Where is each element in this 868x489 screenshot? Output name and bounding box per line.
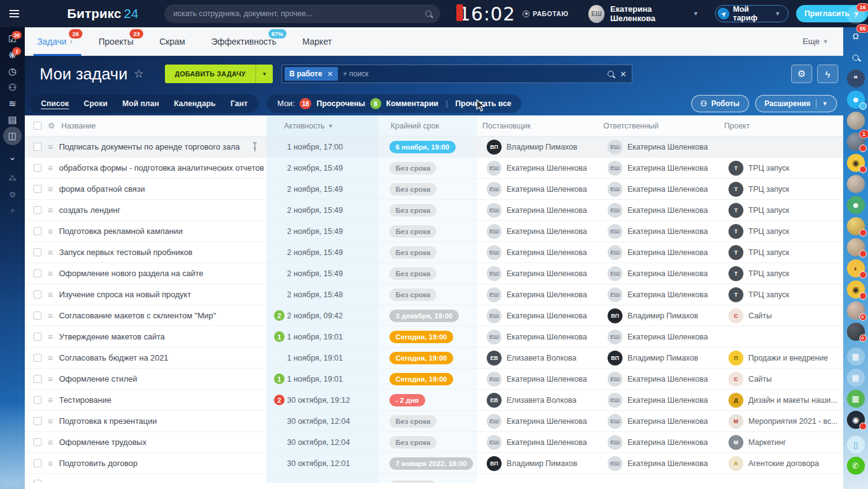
- drag-handle-icon[interactable]: ≡: [48, 459, 53, 469]
- project-name[interactable]: Дизайн и макеты наши...: [748, 396, 837, 405]
- avatar[interactable]: 1: [847, 133, 865, 151]
- tariff-button[interactable]: ➤ Мой тариф▼: [715, 5, 789, 22]
- creator-avatar[interactable]: ЕШ: [487, 245, 502, 260]
- creator-avatar[interactable]: ЕШ: [487, 308, 502, 323]
- project-avatar[interactable]: С: [728, 308, 743, 323]
- column-header[interactable]: Крайний срок: [391, 122, 439, 130]
- task-title[interactable]: Подписать документы по аренде торгового …: [59, 141, 240, 153]
- deadline-pill[interactable]: 3 декабря, 19:00: [389, 310, 459, 322]
- app-logo[interactable]: Битрикс24: [67, 6, 138, 21]
- responsible-name[interactable]: Екатерина Шеленкова: [627, 459, 708, 468]
- employees-icon[interactable]: ◫: [4, 128, 21, 144]
- responsible-name[interactable]: Екатерина Шеленкова: [627, 227, 708, 236]
- close-icon[interactable]: ✕: [327, 70, 333, 78]
- creator-avatar[interactable]: ЕШ: [487, 435, 502, 450]
- phone-icon[interactable]: ✆: [847, 457, 865, 475]
- drag-handle-icon[interactable]: ≡: [48, 269, 53, 279]
- row-checkbox[interactable]: [33, 417, 42, 425]
- task-title[interactable]: обработка формы - подготовка аналитическ…: [59, 163, 264, 174]
- search-icon[interactable]: [425, 11, 432, 17]
- row-checkbox[interactable]: [33, 333, 42, 341]
- structure-icon[interactable]: ⁂: [4, 170, 21, 186]
- project-name[interactable]: ТРЦ запуск: [748, 185, 789, 194]
- responsible-name[interactable]: Владимир Пимахов: [627, 354, 698, 362]
- task-title[interactable]: Оформление трудовых: [59, 437, 146, 448]
- deadline-pill[interactable]: Сегодня, 19:00: [389, 373, 453, 385]
- deadline-pill[interactable]: Сегодня, 19:00: [389, 331, 453, 343]
- task-title[interactable]: Запуск первых тестовый пробников: [59, 247, 192, 258]
- project-name[interactable]: Сайты: [748, 312, 772, 320]
- deadline-pill[interactable]: Без срока: [389, 246, 436, 259]
- row-checkbox[interactable]: [33, 480, 42, 483]
- project-name[interactable]: ТРЦ запуск: [748, 248, 789, 257]
- view-tab-сроки[interactable]: Сроки: [84, 99, 107, 108]
- project-avatar[interactable]: М: [728, 435, 743, 450]
- project-name[interactable]: Маркетинг: [748, 438, 786, 447]
- responsible-name[interactable]: Екатерина Шеленкова: [627, 375, 708, 384]
- row-checkbox[interactable]: [33, 438, 42, 446]
- tab-more[interactable]: Еще▼: [803, 37, 828, 46]
- creator-name[interactable]: Владимир Пимахов: [507, 459, 577, 468]
- tasks-icon[interactable]: ☑26: [4, 31, 21, 47]
- table-row[interactable]: ≡создать лендинг2 ноября, 15:49Без срока…: [25, 200, 843, 221]
- project-avatar[interactable]: Т: [728, 203, 743, 218]
- creator-name[interactable]: Екатерина Шеленкова: [507, 312, 587, 320]
- project-avatar[interactable]: Д: [728, 393, 743, 408]
- user-menu[interactable]: Екатерина Шеленкова▼: [610, 4, 698, 23]
- tab-скрам[interactable]: Скрам: [159, 27, 185, 56]
- responsible-avatar[interactable]: ЕШ: [608, 245, 622, 260]
- drag-handle-icon[interactable]: ≡: [48, 311, 53, 321]
- deadline-pill[interactable]: Без срока: [389, 436, 436, 449]
- responsible-name[interactable]: Екатерина Шеленкова: [627, 396, 708, 405]
- creator-avatar[interactable]: ЕШ: [487, 203, 502, 218]
- tab-проекты[interactable]: Проекты23: [99, 27, 133, 56]
- task-title[interactable]: Утверждение макетов сайта: [59, 331, 165, 343]
- deadline-pill[interactable]: - 2 дня: [389, 394, 425, 406]
- creator-avatar[interactable]: ЕШ: [487, 266, 502, 281]
- extensions-button[interactable]: Расширения ▼: [755, 95, 837, 112]
- creator-name[interactable]: Екатерина Шеленкова: [507, 375, 587, 384]
- project-name[interactable]: ТРЦ запуск: [748, 164, 789, 173]
- settings-gear-button[interactable]: ⚙: [791, 65, 812, 83]
- table-row[interactable]: ≡Оформление нового раздела на сайте2 ноя…: [25, 263, 843, 284]
- tab-маркет[interactable]: Маркет: [303, 27, 332, 56]
- table-row[interactable]: ≡Согласование макетов с склиентом "Мир"2…: [25, 305, 843, 326]
- responsible-avatar[interactable]: ЕШ: [608, 372, 622, 387]
- row-checkbox[interactable]: [33, 312, 42, 320]
- invite-users-icon[interactable]: ☻: [847, 91, 865, 109]
- project-avatar[interactable]: Т: [728, 266, 743, 281]
- deadline-pill[interactable]: Без срока: [389, 267, 436, 280]
- row-checkbox[interactable]: [33, 206, 42, 214]
- project-avatar[interactable]: П: [728, 351, 743, 366]
- responsible-avatar[interactable]: ВП: [608, 308, 622, 323]
- calendar-icon[interactable]: ▦: [847, 369, 865, 387]
- feed-icon[interactable]: ≋: [4, 96, 21, 112]
- messenger-icon[interactable]: ❝: [847, 70, 865, 87]
- creator-name[interactable]: Екатерина Шеленкова: [507, 333, 587, 341]
- steam-icon[interactable]: ◉: [847, 411, 865, 429]
- table-row[interactable]: Без срока: [25, 474, 843, 483]
- creator-name[interactable]: Екатерина Шеленкова: [507, 269, 587, 278]
- task-title[interactable]: Оформление стилей: [59, 374, 137, 385]
- deadline-pill[interactable]: 7 января 2022, 18:00: [389, 457, 473, 470]
- project-name[interactable]: ТРЦ запуск: [748, 227, 789, 236]
- view-tab-мой план[interactable]: Мой план: [122, 99, 159, 108]
- overdue-link[interactable]: Просрочены: [316, 99, 365, 108]
- row-checkbox[interactable]: [33, 396, 42, 404]
- grid-settings-icon[interactable]: ⚙: [48, 121, 55, 130]
- responsible-avatar[interactable]: ЕШ: [608, 224, 622, 239]
- search-icon[interactable]: [847, 48, 865, 66]
- deadline-pill[interactable]: Без срока: [389, 480, 436, 483]
- table-row[interactable]: ≡Утверждение макетов сайта11 ноября, 19:…: [25, 326, 843, 348]
- creator-avatar[interactable]: ЕШ: [487, 224, 502, 239]
- notifications-bell-icon[interactable]: Ω55: [847, 27, 865, 45]
- channel-bird-icon[interactable]: ◗: [847, 259, 865, 277]
- table-row[interactable]: ≡Подготовка рекламной кампании2 ноября, …: [25, 221, 843, 242]
- project-avatar[interactable]: Т: [728, 161, 743, 176]
- drag-handle-icon[interactable]: ≡: [48, 437, 53, 447]
- work-timer[interactable]: 16:02: [459, 3, 515, 25]
- row-checkbox[interactable]: [33, 227, 42, 235]
- project-name[interactable]: Продажи и внедрение: [748, 354, 828, 362]
- avatar[interactable]: [847, 238, 865, 256]
- drag-handle-icon[interactable]: ≡: [48, 395, 53, 405]
